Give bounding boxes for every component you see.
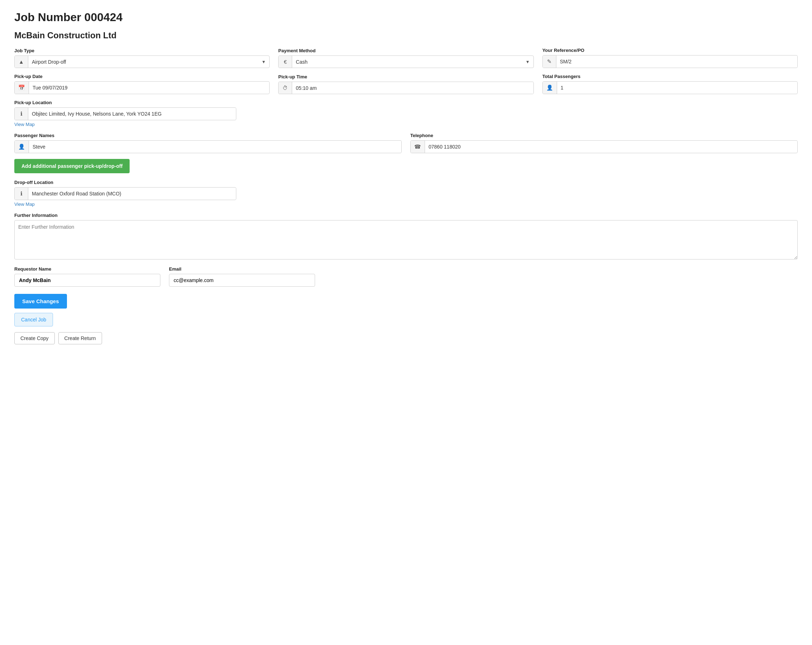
email-label: Email <box>169 266 315 272</box>
job-type-icon: ▲ <box>15 56 28 68</box>
reference-po-field: Your Reference/PO ✎ <box>542 47 798 68</box>
copy-return-wrapper: Create Copy Create Return <box>14 332 798 344</box>
pickup-location-input[interactable] <box>28 108 236 120</box>
add-passenger-button[interactable]: Add additional passenger pick-up/drop-of… <box>14 159 130 173</box>
dropoff-location-input-wrapper: ℹ <box>14 187 236 200</box>
passenger-names-label: Passenger Names <box>14 133 402 138</box>
pickup-view-map-link[interactable]: View Map <box>14 122 35 127</box>
actions-section: Save Changes Cancel Job Create Copy Crea… <box>14 294 798 344</box>
reference-po-input[interactable] <box>556 56 797 67</box>
further-info-label: Further Information <box>14 213 798 218</box>
telephone-field: Telephone ☎ <box>410 133 798 153</box>
passenger-names-input-wrapper: 👤 <box>14 140 402 153</box>
passenger-names-input[interactable] <box>29 141 401 152</box>
email-field: Email <box>169 266 315 287</box>
total-passengers-input[interactable] <box>557 82 797 93</box>
payment-method-arrow-icon: ▼ <box>522 56 533 67</box>
pickup-date-label: Pick-up Date <box>14 74 270 79</box>
create-copy-button[interactable]: Create Copy <box>14 332 55 344</box>
job-type-field: Job Type ▲ Airport Drop-off Airport Pick… <box>14 48 270 68</box>
pickup-date-field: Pick-up Date 📅 <box>14 74 270 94</box>
payment-method-icon: € <box>279 56 292 68</box>
dropoff-location-label: Drop-off Location <box>14 180 798 185</box>
passenger-names-field: Passenger Names 👤 <box>14 133 402 153</box>
cancel-job-wrapper: Cancel Job <box>14 313 798 326</box>
job-type-select[interactable]: Airport Drop-off Airport Pick-up Local T… <box>28 56 258 68</box>
pickup-date-input-wrapper: 📅 <box>14 81 270 94</box>
telephone-label: Telephone <box>410 133 798 138</box>
requestor-name-field: Requestor Name <box>14 266 160 287</box>
save-changes-button[interactable]: Save Changes <box>14 294 67 308</box>
dropoff-location-section: Drop-off Location ℹ View Map <box>14 180 798 207</box>
pickup-location-section: Pick-up Location ℹ View Map <box>14 100 798 127</box>
calendar-icon: 📅 <box>15 82 29 94</box>
pickup-location-input-wrapper: ℹ <box>14 107 236 120</box>
add-passenger-section: Add additional passenger pick-up/drop-of… <box>14 159 798 173</box>
payment-method-select-wrapper: € Cash Card Account ▼ <box>278 55 533 68</box>
total-passengers-input-wrapper: 👤 <box>542 81 798 94</box>
dropoff-location-icon: ℹ <box>15 188 28 200</box>
total-passengers-label: Total Passengers <box>542 74 798 79</box>
cancel-job-button[interactable]: Cancel Job <box>14 313 53 326</box>
pickup-time-input-wrapper: ⏱ <box>278 82 533 94</box>
job-type-select-wrapper: ▲ Airport Drop-off Airport Pick-up Local… <box>14 55 270 68</box>
payment-method-label: Payment Method <box>278 48 533 53</box>
reference-po-icon: ✎ <box>543 55 556 68</box>
clock-icon: ⏱ <box>279 82 292 94</box>
telephone-input-wrapper: ☎ <box>410 140 798 153</box>
telephone-input[interactable] <box>425 141 797 152</box>
save-changes-wrapper: Save Changes <box>14 294 798 308</box>
create-return-button[interactable]: Create Return <box>58 332 102 344</box>
reference-po-input-wrapper: ✎ <box>542 55 798 68</box>
requestor-name-input[interactable] <box>14 274 160 287</box>
pickup-location-icon: ℹ <box>15 108 28 120</box>
pickup-date-input[interactable] <box>29 82 269 93</box>
pickup-location-label: Pick-up Location <box>14 100 798 105</box>
payment-method-field: Payment Method € Cash Card Account ▼ <box>278 48 533 68</box>
page-title: Job Number 000424 <box>14 11 798 24</box>
payment-method-select[interactable]: Cash Card Account <box>292 56 522 68</box>
requestor-name-label: Requestor Name <box>14 266 160 272</box>
company-name: McBain Construction Ltd <box>14 30 798 40</box>
further-info-textarea[interactable] <box>14 220 798 259</box>
telephone-icon: ☎ <box>411 141 425 153</box>
job-type-label: Job Type <box>14 48 270 53</box>
pickup-time-field: Pick-up Time ⏱ <box>278 74 533 94</box>
pickup-time-input[interactable] <box>292 82 533 94</box>
passenger-names-icon: 👤 <box>15 141 29 153</box>
dropoff-location-input[interactable] <box>28 188 236 199</box>
further-info-section: Further Information <box>14 213 798 261</box>
passengers-icon: 👤 <box>543 82 557 94</box>
email-input[interactable] <box>169 274 315 287</box>
reference-po-label: Your Reference/PO <box>542 47 798 53</box>
dropoff-view-map-link[interactable]: View Map <box>14 201 35 207</box>
total-passengers-field: Total Passengers 👤 <box>542 74 798 94</box>
job-type-arrow-icon: ▼ <box>258 56 269 67</box>
pickup-time-label: Pick-up Time <box>278 74 533 79</box>
